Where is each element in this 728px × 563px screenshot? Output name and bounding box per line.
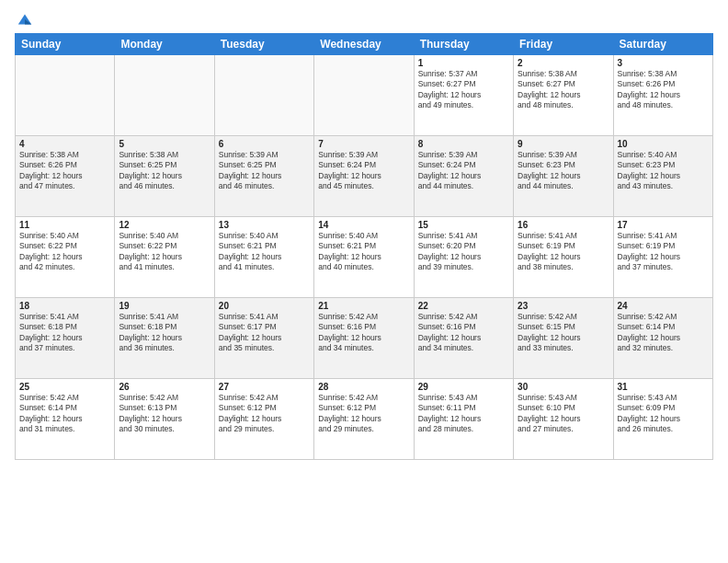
calendar-week-row: 1Sunrise: 5:37 AM Sunset: 6:27 PM Daylig…: [16, 55, 713, 136]
day-info: Sunrise: 5:42 AM Sunset: 6:12 PM Dayligh…: [219, 393, 310, 435]
weekday-header: Sunday: [16, 34, 115, 55]
calendar-cell: 7Sunrise: 5:39 AM Sunset: 6:24 PM Daylig…: [314, 136, 414, 217]
day-info: Sunrise: 5:40 AM Sunset: 6:21 PM Dayligh…: [318, 231, 409, 273]
calendar-week-row: 4Sunrise: 5:38 AM Sunset: 6:26 PM Daylig…: [16, 136, 713, 217]
day-number: 6: [219, 139, 310, 149]
day-info: Sunrise: 5:38 AM Sunset: 6:27 PM Dayligh…: [518, 69, 609, 111]
day-number: 27: [219, 382, 310, 392]
day-info: Sunrise: 5:40 AM Sunset: 6:23 PM Dayligh…: [618, 150, 709, 192]
day-number: 4: [19, 139, 110, 149]
logo: [15, 11, 33, 28]
day-number: 30: [518, 382, 609, 392]
calendar-cell: 12Sunrise: 5:40 AM Sunset: 6:22 PM Dayli…: [115, 217, 214, 298]
calendar-cell: [214, 55, 313, 136]
day-number: 2: [518, 58, 609, 68]
weekday-header: Thursday: [414, 34, 513, 55]
day-info: Sunrise: 5:41 AM Sunset: 6:18 PM Dayligh…: [19, 312, 110, 354]
calendar-cell: 28Sunrise: 5:42 AM Sunset: 6:12 PM Dayli…: [314, 379, 414, 460]
calendar-cell: 6Sunrise: 5:39 AM Sunset: 6:25 PM Daylig…: [214, 136, 313, 217]
calendar-cell: 24Sunrise: 5:42 AM Sunset: 6:14 PM Dayli…: [613, 298, 712, 379]
day-info: Sunrise: 5:42 AM Sunset: 6:16 PM Dayligh…: [418, 312, 509, 354]
day-number: 9: [518, 139, 609, 149]
calendar-cell: [115, 55, 214, 136]
calendar-week-row: 18Sunrise: 5:41 AM Sunset: 6:18 PM Dayli…: [16, 298, 713, 379]
day-info: Sunrise: 5:39 AM Sunset: 6:23 PM Dayligh…: [518, 150, 609, 192]
calendar-cell: 2Sunrise: 5:38 AM Sunset: 6:27 PM Daylig…: [514, 55, 613, 136]
day-info: Sunrise: 5:40 AM Sunset: 6:22 PM Dayligh…: [19, 231, 110, 273]
day-info: Sunrise: 5:42 AM Sunset: 6:16 PM Dayligh…: [318, 312, 409, 354]
calendar-cell: 21Sunrise: 5:42 AM Sunset: 6:16 PM Dayli…: [314, 298, 414, 379]
day-info: Sunrise: 5:42 AM Sunset: 6:14 PM Dayligh…: [618, 312, 709, 354]
day-info: Sunrise: 5:43 AM Sunset: 6:10 PM Dayligh…: [518, 393, 609, 435]
day-number: 19: [119, 301, 210, 311]
calendar-cell: 26Sunrise: 5:42 AM Sunset: 6:13 PM Dayli…: [115, 379, 214, 460]
day-number: 5: [119, 139, 210, 149]
calendar-cell: 20Sunrise: 5:41 AM Sunset: 6:17 PM Dayli…: [214, 298, 313, 379]
day-number: 17: [618, 220, 709, 230]
calendar-week-row: 25Sunrise: 5:42 AM Sunset: 6:14 PM Dayli…: [16, 379, 713, 460]
calendar-cell: [16, 55, 115, 136]
calendar-cell: [314, 55, 414, 136]
calendar-cell: 23Sunrise: 5:42 AM Sunset: 6:15 PM Dayli…: [514, 298, 613, 379]
weekday-header: Wednesday: [314, 34, 414, 55]
day-info: Sunrise: 5:39 AM Sunset: 6:25 PM Dayligh…: [219, 150, 310, 192]
day-info: Sunrise: 5:40 AM Sunset: 6:22 PM Dayligh…: [119, 231, 210, 273]
day-info: Sunrise: 5:41 AM Sunset: 6:17 PM Dayligh…: [219, 312, 310, 354]
day-info: Sunrise: 5:39 AM Sunset: 6:24 PM Dayligh…: [418, 150, 509, 192]
calendar-cell: 19Sunrise: 5:41 AM Sunset: 6:18 PM Dayli…: [115, 298, 214, 379]
calendar-cell: 30Sunrise: 5:43 AM Sunset: 6:10 PM Dayli…: [514, 379, 613, 460]
weekday-header: Saturday: [613, 34, 712, 55]
calendar-table: SundayMondayTuesdayWednesdayThursdayFrid…: [15, 33, 713, 460]
day-number: 15: [418, 220, 509, 230]
day-number: 18: [19, 301, 110, 311]
calendar-cell: 1Sunrise: 5:37 AM Sunset: 6:27 PM Daylig…: [414, 55, 513, 136]
calendar-week-row: 11Sunrise: 5:40 AM Sunset: 6:22 PM Dayli…: [16, 217, 713, 298]
calendar-cell: 8Sunrise: 5:39 AM Sunset: 6:24 PM Daylig…: [414, 136, 513, 217]
day-info: Sunrise: 5:38 AM Sunset: 6:26 PM Dayligh…: [19, 150, 110, 192]
calendar-cell: 27Sunrise: 5:42 AM Sunset: 6:12 PM Dayli…: [214, 379, 313, 460]
calendar-cell: 9Sunrise: 5:39 AM Sunset: 6:23 PM Daylig…: [514, 136, 613, 217]
day-number: 12: [119, 220, 210, 230]
day-info: Sunrise: 5:37 AM Sunset: 6:27 PM Dayligh…: [418, 69, 509, 111]
calendar-cell: 15Sunrise: 5:41 AM Sunset: 6:20 PM Dayli…: [414, 217, 513, 298]
day-number: 29: [418, 382, 509, 392]
day-info: Sunrise: 5:41 AM Sunset: 6:20 PM Dayligh…: [418, 231, 509, 273]
day-number: 25: [19, 382, 110, 392]
day-info: Sunrise: 5:43 AM Sunset: 6:11 PM Dayligh…: [418, 393, 509, 435]
calendar-cell: 16Sunrise: 5:41 AM Sunset: 6:19 PM Dayli…: [514, 217, 613, 298]
calendar-cell: 11Sunrise: 5:40 AM Sunset: 6:22 PM Dayli…: [16, 217, 115, 298]
weekday-header-row: SundayMondayTuesdayWednesdayThursdayFrid…: [16, 34, 713, 55]
logo-icon: [17, 11, 33, 28]
calendar-cell: 18Sunrise: 5:41 AM Sunset: 6:18 PM Dayli…: [16, 298, 115, 379]
day-number: 3: [618, 58, 709, 68]
day-number: 26: [119, 382, 210, 392]
calendar-cell: 25Sunrise: 5:42 AM Sunset: 6:14 PM Dayli…: [16, 379, 115, 460]
weekday-header: Monday: [115, 34, 214, 55]
day-info: Sunrise: 5:42 AM Sunset: 6:14 PM Dayligh…: [19, 393, 110, 435]
day-info: Sunrise: 5:40 AM Sunset: 6:21 PM Dayligh…: [219, 231, 310, 273]
day-number: 16: [518, 220, 609, 230]
day-number: 31: [618, 382, 709, 392]
day-info: Sunrise: 5:41 AM Sunset: 6:19 PM Dayligh…: [618, 231, 709, 273]
day-number: 23: [518, 301, 609, 311]
day-info: Sunrise: 5:38 AM Sunset: 6:26 PM Dayligh…: [618, 69, 709, 111]
day-number: 14: [318, 220, 409, 230]
calendar-cell: 29Sunrise: 5:43 AM Sunset: 6:11 PM Dayli…: [414, 379, 513, 460]
day-number: 7: [318, 139, 409, 149]
calendar-cell: 13Sunrise: 5:40 AM Sunset: 6:21 PM Dayli…: [214, 217, 313, 298]
day-number: 13: [219, 220, 310, 230]
day-info: Sunrise: 5:43 AM Sunset: 6:09 PM Dayligh…: [618, 393, 709, 435]
calendar-cell: 5Sunrise: 5:38 AM Sunset: 6:25 PM Daylig…: [115, 136, 214, 217]
calendar-cell: 3Sunrise: 5:38 AM Sunset: 6:26 PM Daylig…: [613, 55, 712, 136]
header: [15, 11, 713, 28]
day-number: 24: [618, 301, 709, 311]
page: SundayMondayTuesdayWednesdayThursdayFrid…: [0, 0, 728, 563]
day-number: 21: [318, 301, 409, 311]
day-number: 11: [19, 220, 110, 230]
day-info: Sunrise: 5:41 AM Sunset: 6:18 PM Dayligh…: [119, 312, 210, 354]
day-info: Sunrise: 5:39 AM Sunset: 6:24 PM Dayligh…: [318, 150, 409, 192]
day-number: 28: [318, 382, 409, 392]
day-info: Sunrise: 5:42 AM Sunset: 6:13 PM Dayligh…: [119, 393, 210, 435]
day-info: Sunrise: 5:41 AM Sunset: 6:19 PM Dayligh…: [518, 231, 609, 273]
calendar-cell: 10Sunrise: 5:40 AM Sunset: 6:23 PM Dayli…: [613, 136, 712, 217]
